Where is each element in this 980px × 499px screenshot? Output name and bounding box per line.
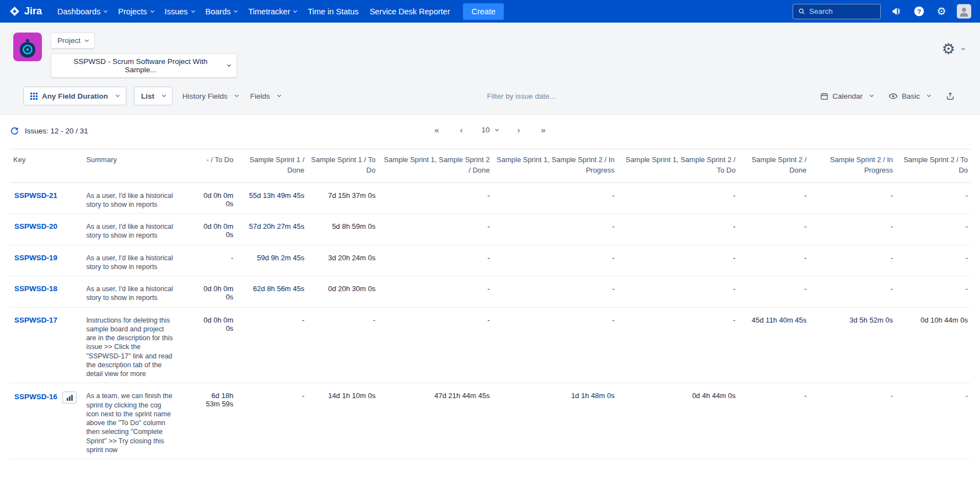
settings-gear-icon[interactable]: ⚙ [934,4,949,19]
nav-item-projects[interactable]: Projects [118,7,153,16]
issue-summary-cell: As a team, we can finish the sprint by c… [83,383,195,459]
duration-cell: 0d 0h 0m 0s [195,307,235,383]
issue-key-link[interactable]: SSPWSD-16 [14,393,57,401]
column-header-sprint2-done[interactable]: Sample Sprint 2 / Done [737,149,809,183]
duration-cell: - [378,276,492,308]
nav-item-boards[interactable]: Boards [206,7,238,16]
duration-cell: 45d 11h 40m 45s [737,307,809,383]
view-mode-select[interactable]: Basic [886,87,933,105]
duration-cell: - [617,214,737,245]
issue-chart-button[interactable] [62,391,77,404]
table-row: SSPWSD-19As a user, I'd like a historica… [10,245,970,276]
duration-cell: - [737,214,809,245]
view-type-label: List [141,92,154,100]
chevron-down-icon [927,93,931,97]
column-header-key[interactable]: Key [10,149,83,183]
chevron-down-icon [235,93,239,97]
announcements-icon[interactable] [889,4,903,19]
page-size-select[interactable]: 10 [481,126,498,134]
issue-key-cell: SSPWSD-19 [10,245,83,276]
duration-cell: - [809,245,895,276]
nav-item-dashboards[interactable]: Dashboards [57,7,107,16]
duration-cell: 62d 8h 56m 45s [235,276,306,308]
duration-cell: - [195,245,235,276]
issue-summary-text: As a user, I'd like a historical story t… [86,191,175,210]
duration-cell: - [895,383,970,459]
nav-item-time-in-status[interactable]: Time in Status [308,7,358,16]
chevron-down-icon [277,93,281,97]
report-toolbar: Any Field Duration List History Fields F… [13,78,967,115]
export-button[interactable] [944,87,957,105]
pagination-prev-button[interactable]: ‹ [457,124,465,136]
column-header-sprint2-todo[interactable]: Sample Sprint 2 / To Do [895,149,970,183]
issue-summary-cell: As a user, I'd like a historical story t… [83,276,195,308]
duration-cell: 0d 4h 44m 0s [617,383,737,459]
global-search[interactable] [793,4,881,19]
nav-item-timetracker[interactable]: Timetracker [248,7,297,16]
nav-item-issues[interactable]: Issues [165,7,195,16]
nav-item-service-desk-reporter[interactable]: Service Desk Reporter [370,7,450,16]
issue-key-link[interactable]: SSPWSD-20 [14,222,57,230]
page-size-value: 10 [481,126,489,134]
pagination: « ‹ 10 › » [432,124,548,136]
duration-cell: - [492,276,616,308]
jira-logo-icon [9,6,20,17]
issue-summary-cell: As a user, I'd like a historical story t… [83,214,195,245]
brand-label: Jira [24,6,42,17]
duration-cell: - [617,276,737,308]
pagination-last-button[interactable]: » [539,124,548,136]
column-header-sprint1-2-todo[interactable]: Sample Sprint 1, Sample Sprint 2 / To Do [617,149,737,183]
duration-cell: - [492,183,616,214]
duration-cell: 14d 1h 10m 0s [306,383,378,459]
issue-date-filter-input[interactable] [487,92,614,100]
view-type-select[interactable]: List [134,87,173,105]
issue-key-link[interactable]: SSPWSD-19 [14,254,57,262]
duration-cell: - [492,214,616,245]
column-header-sprint1-2-inprogress[interactable]: Sample Sprint 1, Sample Sprint 2 / In Pr… [492,149,616,183]
duration-cell: 1d 1h 48m 0s [492,383,616,459]
duration-cell: - [492,307,616,383]
column-header-sprint2-inprogress[interactable]: Sample Sprint 2 / In Progress [809,149,895,183]
issue-key-cell: SSPWSD-20 [10,214,83,245]
history-fields-select[interactable]: History Fields [180,87,240,105]
duration-cell: 5d 8h 59m 0s [306,214,378,245]
search-input[interactable] [809,7,875,15]
project-select[interactable]: SSPWSD - Scrum Software Project With Sam… [51,53,237,78]
create-button[interactable]: Create [463,3,504,20]
nav-item-label: Time in Status [308,7,358,16]
column-header-sprint1-todo[interactable]: Sample Sprint 1 / To Do [306,149,378,183]
duration-cell: - [809,183,895,214]
user-avatar[interactable] [957,4,971,19]
chevron-down-icon [227,63,231,67]
issue-key-link[interactable]: SSPWSD-17 [14,316,57,324]
fields-select[interactable]: Fields [248,87,283,105]
chevron-down-icon [104,8,107,12]
chevron-down-icon [162,93,166,97]
issue-key-link[interactable]: SSPWSD-18 [14,285,57,293]
column-header-sprint1-done[interactable]: Sample Sprint 1 / Done [235,149,306,183]
pagination-first-button[interactable]: « [432,124,441,136]
calendar-select[interactable]: Calendar [818,87,875,105]
duration-cell: 3d 20h 24m 0s [306,245,378,276]
primary-nav: Dashboards Projects Issues Boards Timetr… [57,7,450,16]
pagination-next-button[interactable]: › [515,124,523,136]
jira-logo[interactable]: Jira [9,6,42,17]
report-settings-button[interactable]: ⚙ [942,41,965,56]
issues-table: Key Summary - / To Do Sample Sprint 1 / … [10,149,970,459]
column-header-summary[interactable]: Summary [83,149,195,183]
column-header-sprint1-2-done[interactable]: Sample Sprint 1, Sample Sprint 2 / Done [378,149,492,183]
chevron-down-icon [961,46,965,50]
field-duration-select[interactable]: Any Field Duration [23,87,126,105]
issue-key-link[interactable]: SSPWSD-21 [14,191,57,200]
duration-cell: - [235,383,306,459]
duration-cell: - [378,307,492,383]
column-header-todo[interactable]: - / To Do [195,149,235,183]
duration-cell: - [895,183,970,214]
top-navbar: Jira Dashboards Projects Issues Boards T… [0,0,980,23]
refresh-button[interactable] [10,126,19,136]
scope-select[interactable]: Project [51,33,95,49]
duration-cell: 6d 18h 53m 59s [195,383,235,459]
page-header: Project SSPWSD - Scrum Software Project … [0,23,980,115]
table-row: SSPWSD-16As a team, we can finish the sp… [10,383,970,459]
help-icon[interactable]: ? [912,4,926,19]
